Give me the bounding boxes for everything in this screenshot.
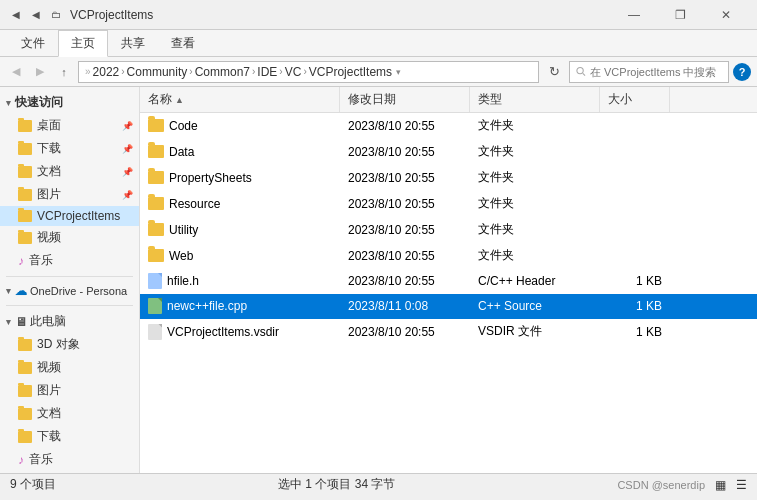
sidebar-divider-2: [6, 305, 133, 306]
file-date: 2023/8/10 20:55: [340, 247, 470, 265]
help-button[interactable]: ?: [733, 63, 751, 81]
file-name-cell: Data: [140, 143, 340, 161]
tab-view[interactable]: 查看: [158, 30, 208, 56]
sort-arrow: ▲: [175, 95, 184, 105]
sidebar-quick-access-header[interactable]: ▾ 快速访问: [0, 91, 139, 114]
path-2022[interactable]: 2022: [93, 65, 120, 79]
quick-access-label: 快速访问: [15, 94, 63, 111]
maximize-button[interactable]: ❐: [657, 0, 703, 30]
file-rows-container: Code 2023/8/10 20:55 文件夹 Data 2023/8/10 …: [140, 113, 757, 345]
sidebar-onedrive-header[interactable]: ▾ ☁ OneDrive - Persona: [0, 281, 139, 301]
thispc-arrow: ▾: [6, 317, 11, 327]
file-size: [600, 228, 670, 232]
col-header-date[interactable]: 修改日期: [340, 87, 470, 112]
table-row[interactable]: newc++file.cpp 2023/8/11 0:08 C++ Source…: [140, 294, 757, 319]
pin-icon-docs: 📌: [122, 167, 133, 177]
back-button[interactable]: ◀: [6, 61, 26, 83]
file-name: newc++file.cpp: [167, 299, 247, 313]
sidebar-item-music-quick[interactable]: ♪ 音乐: [0, 249, 139, 272]
folder-icon-downloads-quick: [18, 143, 32, 155]
file-name-cell: Code: [140, 117, 340, 135]
forward-icon[interactable]: ◀: [28, 7, 44, 23]
table-row[interactable]: Web 2023/8/10 20:55 文件夹: [140, 243, 757, 269]
file-date: 2023/8/10 20:55: [340, 195, 470, 213]
file-type: 文件夹: [470, 141, 600, 162]
folder-icon-video-pc: [18, 362, 32, 374]
file-name-cell: PropertySheets: [140, 169, 340, 187]
file-date: 2023/8/10 20:55: [340, 272, 470, 290]
path-ide[interactable]: IDE: [257, 65, 277, 79]
sidebar-label-pics-quick: 图片: [37, 186, 61, 203]
file-type: 文件夹: [470, 115, 600, 136]
sidebar-item-pics-pc[interactable]: 图片: [0, 379, 139, 402]
minimize-button[interactable]: —: [611, 0, 657, 30]
file-name-cell: Utility: [140, 221, 340, 239]
file-size: [600, 124, 670, 128]
path-vcprojectitems[interactable]: VCProjectItems: [309, 65, 392, 79]
sidebar-item-video-pc[interactable]: 视频: [0, 356, 139, 379]
selected-info: 选中 1 个项目 34 字节: [278, 476, 395, 493]
folder-icon-pics-pc: [18, 385, 32, 397]
folder-icon-desktop-quick: [18, 120, 32, 132]
tab-home[interactable]: 主页: [58, 30, 108, 57]
sidebar-label-desktop-quick: 桌面: [37, 117, 61, 134]
view-list-icon[interactable]: ☰: [736, 478, 747, 492]
sidebar: ▾ 快速访问 桌面 📌 下载 📌 文档 📌 图片 📌 VCProjectItem…: [0, 87, 140, 473]
refresh-button[interactable]: ↻: [543, 61, 565, 83]
back-icon[interactable]: ◀: [8, 7, 24, 23]
col-header-name[interactable]: 名称 ▲: [140, 87, 340, 112]
sidebar-thispc-header[interactable]: ▾ 🖥 此电脑: [0, 310, 139, 333]
table-row[interactable]: Resource 2023/8/10 20:55 文件夹: [140, 191, 757, 217]
path-community[interactable]: Community: [127, 65, 188, 79]
table-row[interactable]: hfile.h 2023/8/10 20:55 C/C++ Header 1 K…: [140, 269, 757, 294]
file-type: VSDIR 文件: [470, 321, 600, 342]
folder-icon-docs-pc: [18, 408, 32, 420]
sidebar-item-docs-quick[interactable]: 文档 📌: [0, 160, 139, 183]
file-name-cell: VCProjectItems.vsdir: [140, 322, 340, 342]
sidebar-item-video-quick[interactable]: 视频: [0, 226, 139, 249]
file-size: [600, 176, 670, 180]
view-grid-icon[interactable]: ▦: [715, 478, 726, 492]
tab-file[interactable]: 文件: [8, 30, 58, 56]
col-header-size[interactable]: 大小: [600, 87, 670, 112]
sidebar-item-3d[interactable]: 3D 对象: [0, 333, 139, 356]
tab-share[interactable]: 共享: [108, 30, 158, 56]
sidebar-item-downloads-quick[interactable]: 下载 📌: [0, 137, 139, 160]
sidebar-label-video-quick: 视频: [37, 229, 61, 246]
file-date: 2023/8/10 20:55: [340, 117, 470, 135]
sidebar-item-desktop-pc[interactable]: 桌面: [0, 471, 139, 473]
onedrive-arrow: ▾: [6, 286, 11, 296]
sidebar-item-pics-quick[interactable]: 图片 📌: [0, 183, 139, 206]
folder-icon: [148, 145, 164, 158]
pin-icon-pics: 📌: [122, 190, 133, 200]
file-size: [600, 254, 670, 258]
table-row[interactable]: Code 2023/8/10 20:55 文件夹: [140, 113, 757, 139]
file-type: C/C++ Header: [470, 272, 600, 290]
folder-icon: 🗀: [48, 7, 64, 23]
col-header-type[interactable]: 类型: [470, 87, 600, 112]
sidebar-item-downloads-pc[interactable]: 下载: [0, 425, 139, 448]
sidebar-label-vcprojectitems: VCProjectItems: [37, 209, 120, 223]
sidebar-item-music-pc[interactable]: ♪ 音乐: [0, 448, 139, 471]
file-list-header: 名称 ▲ 修改日期 类型 大小: [140, 87, 757, 113]
path-dropdown-arrow[interactable]: ▾: [396, 67, 401, 77]
search-box[interactable]: [569, 61, 729, 83]
address-path[interactable]: » 2022 › Community › Common7 › IDE › VC …: [78, 61, 539, 83]
table-row[interactable]: Data 2023/8/10 20:55 文件夹: [140, 139, 757, 165]
table-row[interactable]: PropertySheets 2023/8/10 20:55 文件夹: [140, 165, 757, 191]
sidebar-item-desktop-quick[interactable]: 桌面 📌: [0, 114, 139, 137]
up-button[interactable]: ↑: [54, 61, 74, 83]
search-input[interactable]: [590, 66, 722, 78]
file-type: 文件夹: [470, 219, 600, 240]
file-date: 2023/8/10 20:55: [340, 221, 470, 239]
quick-access-arrow: ▾: [6, 98, 11, 108]
sidebar-item-docs-pc[interactable]: 文档: [0, 402, 139, 425]
table-row[interactable]: VCProjectItems.vsdir 2023/8/10 20:55 VSD…: [140, 319, 757, 345]
path-vc[interactable]: VC: [285, 65, 302, 79]
forward-button[interactable]: ▶: [30, 61, 50, 83]
table-row[interactable]: Utility 2023/8/10 20:55 文件夹: [140, 217, 757, 243]
close-button[interactable]: ✕: [703, 0, 749, 30]
path-common7[interactable]: Common7: [195, 65, 250, 79]
sidebar-item-vcprojectitems[interactable]: VCProjectItems: [0, 206, 139, 226]
file-name: Web: [169, 249, 193, 263]
